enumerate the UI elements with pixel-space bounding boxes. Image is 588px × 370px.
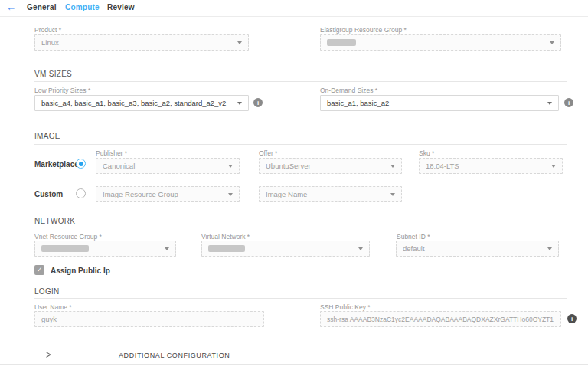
chevron-down-icon <box>551 165 556 168</box>
subnet-id-label: Subnet ID * <box>397 233 430 241</box>
chevron-down-icon <box>237 102 242 105</box>
chevron-down-icon <box>358 247 363 250</box>
assign-public-ip-label: Assign Public Ip <box>51 267 110 275</box>
section-divider <box>34 298 567 299</box>
subnet-id-value: default <box>403 244 552 253</box>
image-resource-group-placeholder: Image Resource Group <box>103 190 233 198</box>
low-priority-sizes-label: Low Priority Sizes * <box>34 87 90 94</box>
section-divider <box>34 228 567 228</box>
chevron-down-icon <box>228 193 233 196</box>
assign-public-ip-checkbox[interactable]: ✓ <box>34 265 44 275</box>
compute-configuration-page: ← General Compute Review Product * Linux… <box>0 0 588 370</box>
user-name-label: User Name * <box>34 303 72 311</box>
product-select[interactable]: Linux <box>34 34 249 51</box>
chevron-down-icon <box>390 193 395 196</box>
publisher-label: Publisher * <box>96 149 127 157</box>
subnet-id-select[interactable]: default <box>396 241 559 257</box>
chevron-right-icon[interactable]: > <box>46 349 51 361</box>
info-icon[interactable]: i <box>253 98 263 107</box>
chevron-down-icon <box>547 247 552 250</box>
info-icon[interactable]: i <box>564 98 573 107</box>
product-value: Linux <box>41 38 242 47</box>
ssh-public-key-value: ssh-rsa AAAAB3NzaC1yc2EAAAADAQABAAABAQDX… <box>327 316 554 323</box>
low-priority-sizes-value: basic_a4, basic_a1, basic_a3, basic_a2, … <box>41 99 242 107</box>
chevron-down-icon <box>550 41 554 44</box>
marketplace-label: Marketplace <box>34 160 79 169</box>
additional-configuration-toggle[interactable]: ADDITIONAL CONFIGURATION <box>119 352 230 359</box>
custom-label: Custom <box>34 190 63 198</box>
sku-select[interactable]: 18.04-LTS <box>419 158 563 174</box>
elastigroup-resource-group-label: Elastigroup Resource Group * <box>320 26 407 34</box>
login-section-title: LOGIN <box>34 287 60 296</box>
tab-general[interactable]: General <box>27 3 57 11</box>
elastigroup-resource-group-select[interactable] <box>320 34 561 51</box>
tab-review[interactable]: Review <box>107 3 135 11</box>
chevron-down-icon <box>390 165 395 168</box>
info-icon[interactable]: i <box>567 314 577 323</box>
vnet-resource-group-label: Vnet Resource Group * <box>34 233 102 241</box>
image-resource-group-select[interactable]: Image Resource Group <box>96 186 240 202</box>
product-label: Product * <box>34 26 61 34</box>
offer-select[interactable]: UbuntuServer <box>259 158 402 174</box>
on-demand-sizes-label: On-Demand Sizes * <box>320 87 377 94</box>
redacted-value <box>208 245 245 252</box>
ssh-public-key-label: SSH Public Key * <box>320 303 371 311</box>
sku-label: Sku * <box>419 149 434 157</box>
network-section-title: NETWORK <box>34 217 75 225</box>
custom-radio[interactable] <box>76 188 86 198</box>
header-divider <box>0 16 588 17</box>
vm-sizes-section-title: VM SIZES <box>34 70 72 78</box>
chevron-down-icon <box>165 247 169 250</box>
chevron-down-icon <box>237 41 242 44</box>
low-priority-sizes-select[interactable]: basic_a4, basic_a1, basic_a3, basic_a2, … <box>34 95 249 111</box>
image-name-placeholder: Image Name <box>266 190 395 198</box>
on-demand-sizes-value: basic_a1, basic_a2 <box>327 99 552 107</box>
ssh-public-key-input[interactable]: ssh-rsa AAAAB3NzaC1yc2EAAAADAQABAAABAQDX… <box>320 311 561 327</box>
on-demand-sizes-select[interactable]: basic_a1, basic_a2 <box>320 95 559 111</box>
offer-label: Offer * <box>259 149 277 157</box>
back-arrow-icon[interactable]: ← <box>6 2 16 14</box>
publisher-select[interactable]: Canonical <box>96 158 240 174</box>
image-section-title: IMAGE <box>34 132 60 140</box>
marketplace-radio[interactable] <box>76 159 86 169</box>
image-name-select[interactable]: Image Name <box>259 186 402 202</box>
redacted-value <box>41 245 89 252</box>
chevron-down-icon <box>228 165 233 168</box>
top-navigation: ← General Compute Review <box>0 0 588 17</box>
vnet-resource-group-select[interactable] <box>34 241 176 257</box>
virtual-network-label: Virtual Network * <box>201 233 250 241</box>
publisher-value: Canonical <box>103 162 233 170</box>
tab-compute[interactable]: Compute <box>65 3 100 11</box>
virtual-network-select[interactable] <box>201 241 370 257</box>
chevron-down-icon <box>547 102 552 105</box>
user-name-input[interactable]: guyk <box>34 311 264 327</box>
section-divider <box>34 81 567 82</box>
section-divider <box>34 144 567 145</box>
redacted-value <box>327 39 356 46</box>
footer-divider <box>0 364 588 365</box>
offer-value: UbuntuServer <box>266 162 395 170</box>
sku-value: 18.04-LTS <box>426 162 556 170</box>
user-name-value: guyk <box>41 315 257 323</box>
